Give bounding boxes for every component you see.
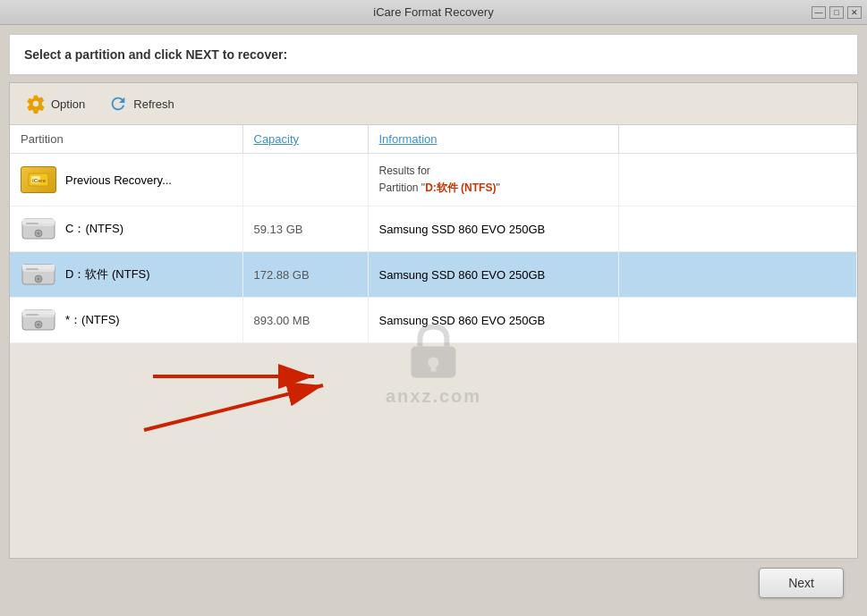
extra-cell <box>618 154 857 207</box>
svg-point-7 <box>38 232 40 235</box>
refresh-label: Refresh <box>133 97 174 111</box>
partition-table-container: Partition Capacity Information <box>10 125 857 343</box>
close-button[interactable]: ✕ <box>847 6 862 19</box>
table-row[interactable]: *：(NTFS) 893.00 MB Samsung SSD 860 EVO 2… <box>10 298 857 343</box>
column-header-capacity[interactable]: Capacity <box>242 125 368 154</box>
column-header-information[interactable]: Information <box>368 125 618 154</box>
disk-icon <box>21 215 56 242</box>
partition-name: C：(NTFS) <box>65 221 123 237</box>
extra-cell <box>618 252 857 298</box>
disk-icon <box>21 261 56 288</box>
svg-rect-21 <box>412 347 456 378</box>
svg-rect-8 <box>26 223 38 224</box>
partition-table: Partition Capacity Information <box>10 125 857 343</box>
info-text: Samsung SSD 860 EVO 250GB <box>379 223 546 236</box>
info-cell: Samsung SSD 860 EVO 250GB <box>368 298 618 343</box>
window-title: iCare Format Recovery <box>373 5 493 19</box>
table-row[interactable]: D：软件 (NTFS) 172.88 GB Samsung SSD 860 EV… <box>10 252 857 298</box>
info-text: Samsung SSD 860 EVO 250GB <box>379 314 546 327</box>
partition-cell: C：(NTFS) <box>21 215 232 242</box>
extra-cell <box>618 298 857 343</box>
main-window: iCare Format Recovery — □ ✕ Select a par… <box>0 0 867 616</box>
info-cell: Samsung SSD 860 EVO 250GB <box>368 207 618 252</box>
disk-icon <box>21 307 56 333</box>
svg-text:iCare: iCare <box>32 178 47 183</box>
capacity-cell: 59.13 GB <box>242 207 368 252</box>
watermark-text: anxz.com <box>386 386 481 407</box>
info-cell: Results for Partition "D:软件 (NTFS)" <box>368 154 618 207</box>
info-line1: Results for <box>379 163 608 180</box>
refresh-icon <box>108 94 128 114</box>
option-label: Option <box>51 97 85 111</box>
capacity-value: 893.00 MB <box>254 314 310 327</box>
svg-rect-20 <box>26 314 38 316</box>
instruction-bar: Select a partition and click NEXT to rec… <box>9 34 858 75</box>
content-area: Select a partition and click NEXT to rec… <box>0 25 867 616</box>
main-panel: Option Refresh Partitio <box>9 82 858 559</box>
option-button[interactable]: Option <box>19 90 92 117</box>
capacity-cell: 172.88 GB <box>242 252 368 298</box>
title-bar: iCare Format Recovery — □ ✕ <box>0 0 867 25</box>
partition-cell: D：软件 (NTFS) <box>21 261 232 288</box>
partition-name: D：软件 (NTFS) <box>65 266 150 283</box>
window-controls: — □ ✕ <box>812 6 862 19</box>
refresh-button[interactable]: Refresh <box>101 90 182 117</box>
table-wrapper: Partition Capacity Information <box>10 125 857 558</box>
table-row[interactable]: iCare Previous Recovery... <box>10 154 857 207</box>
partition-name: Previous Recovery... <box>65 173 172 187</box>
svg-point-13 <box>38 278 40 281</box>
info-line2: Partition "D:软件 (NTFS)" <box>379 180 608 197</box>
partition-cell: iCare Previous Recovery... <box>21 166 232 193</box>
info-cell: Samsung SSD 860 EVO 250GB <box>368 252 618 298</box>
column-header-partition: Partition <box>10 125 242 154</box>
maximize-button[interactable]: □ <box>829 6 844 19</box>
partition-cell: *：(NTFS) <box>21 307 232 333</box>
previous-recovery-icon: iCare <box>21 166 56 193</box>
bottom-bar: Next <box>9 559 858 607</box>
capacity-value: 172.88 GB <box>254 268 310 282</box>
toolbar: Option Refresh <box>10 83 857 125</box>
extra-cell <box>618 207 857 252</box>
column-header-extra <box>618 125 857 154</box>
partition-name: *：(NTFS) <box>65 312 120 328</box>
capacity-cell: 893.00 MB <box>242 298 368 343</box>
gear-icon <box>26 94 46 114</box>
svg-rect-23 <box>431 363 437 372</box>
arrow-overlay <box>135 359 386 451</box>
info-text: Samsung SSD 860 EVO 250GB <box>379 268 546 282</box>
svg-point-22 <box>429 358 439 368</box>
table-row[interactable]: C：(NTFS) 59.13 GB Samsung SSD 860 EVO 25… <box>10 207 857 252</box>
next-button[interactable]: Next <box>759 568 844 598</box>
svg-line-27 <box>144 385 323 430</box>
instruction-text: Select a partition and click NEXT to rec… <box>24 47 287 62</box>
svg-rect-14 <box>26 268 38 270</box>
minimize-button[interactable]: — <box>812 6 826 19</box>
capacity-cell <box>242 154 368 207</box>
capacity-value: 59.13 GB <box>254 223 303 236</box>
svg-point-19 <box>38 324 40 326</box>
